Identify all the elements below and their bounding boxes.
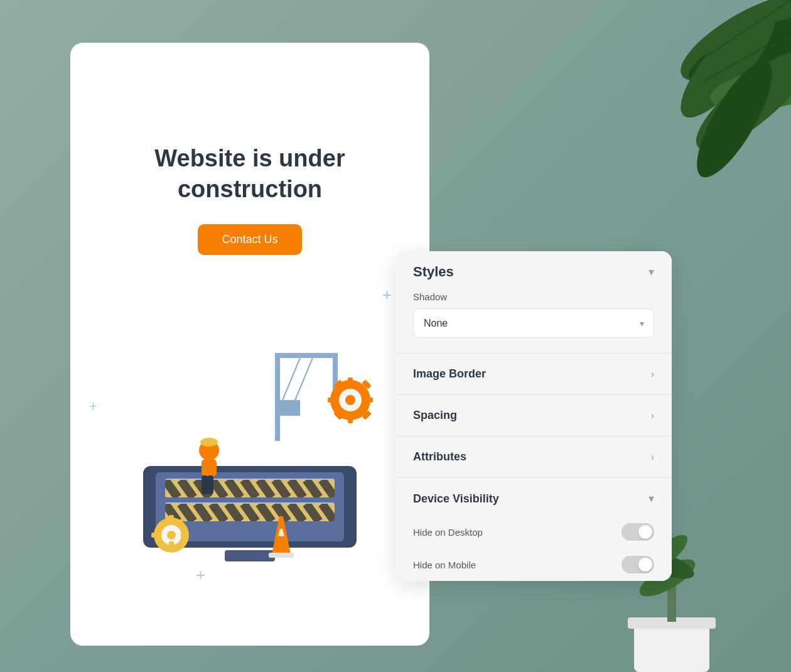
spacing-chevron-icon: ›: [651, 410, 654, 421]
image-border-chevron-icon: ›: [651, 369, 654, 380]
svg-rect-50: [278, 400, 300, 416]
plus-decoration-1: +: [382, 286, 392, 303]
svg-rect-54: [348, 377, 353, 386]
hide-desktop-row: Hide on Desktop: [396, 516, 672, 548]
spacing-row[interactable]: Spacing ›: [396, 395, 672, 436]
device-visibility-section: Device Visibility ▾ Hide on Desktop Hide…: [396, 478, 672, 581]
construction-illustration: [105, 340, 394, 579]
device-visibility-chevron-icon: ▾: [648, 492, 654, 506]
svg-rect-66: [169, 541, 174, 549]
shadow-select-wrapper[interactable]: None Small Medium Large ▾: [413, 308, 654, 338]
svg-rect-56: [328, 398, 336, 403]
contact-us-button[interactable]: Contact Us: [198, 224, 301, 255]
svg-rect-45: [275, 353, 280, 441]
image-border-row[interactable]: Image Border ›: [396, 354, 672, 394]
spacing-label: Spacing: [413, 409, 457, 422]
svg-rect-44: [225, 550, 275, 561]
svg-rect-76: [269, 553, 294, 558]
svg-rect-57: [364, 398, 373, 403]
svg-rect-72: [202, 475, 208, 494]
page-title: Website is under construction: [143, 143, 357, 205]
svg-rect-68: [181, 533, 188, 538]
preview-card: Website is under construction Contact Us…: [70, 43, 429, 646]
svg-point-64: [167, 531, 176, 539]
device-visibility-label: Device Visibility: [413, 492, 499, 506]
hide-desktop-toggle[interactable]: [622, 523, 654, 541]
styles-chevron-icon: ▾: [648, 265, 654, 279]
svg-rect-55: [348, 415, 353, 423]
hide-mobile-toggle[interactable]: [622, 556, 654, 573]
device-visibility-header[interactable]: Device Visibility ▾: [396, 478, 672, 516]
shadow-select[interactable]: None Small Medium Large: [413, 308, 654, 338]
attributes-row[interactable]: Attributes ›: [396, 436, 672, 477]
plus-decoration-2: +: [89, 399, 97, 413]
hide-mobile-label: Hide on Mobile: [413, 560, 476, 570]
shadow-section: Shadow None Small Medium Large ▾: [396, 291, 672, 353]
svg-point-70: [200, 438, 218, 447]
right-panel: Styles ▾ Shadow None Small Medium Large …: [396, 251, 672, 581]
image-border-label: Image Border: [413, 367, 486, 381]
illustration-area: + + + +: [70, 274, 429, 646]
plus-decoration-4: +: [196, 566, 205, 583]
hide-desktop-label: Hide on Desktop: [413, 527, 483, 538]
shadow-label: Shadow: [413, 291, 654, 302]
svg-rect-67: [151, 533, 159, 538]
styles-section-header[interactable]: Styles ▾: [396, 251, 672, 291]
hide-mobile-row: Hide on Mobile: [396, 548, 672, 581]
styles-title: Styles: [413, 264, 454, 280]
svg-rect-73: [207, 475, 213, 494]
attributes-label: Attributes: [413, 450, 466, 463]
svg-rect-46: [275, 353, 338, 358]
attributes-chevron-icon: ›: [651, 452, 654, 463]
svg-point-53: [345, 395, 355, 405]
svg-rect-71: [202, 459, 217, 477]
svg-rect-65: [169, 515, 174, 523]
